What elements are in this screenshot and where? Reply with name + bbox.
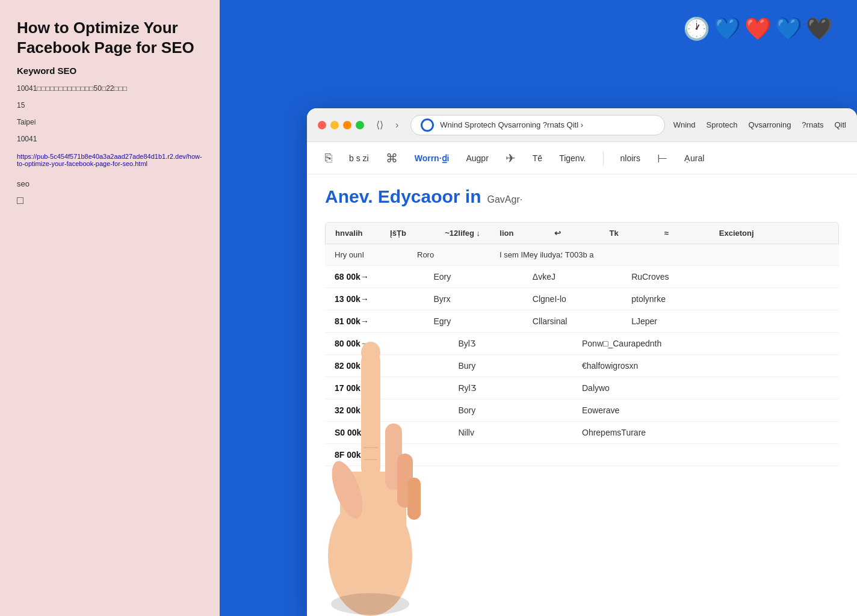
main-area: 🕐 💙 ❤️ 💙 🖤 ⟨⟩ › Wnind Sprotech Qvsarroni… [220, 0, 857, 616]
top-icon-2: 💙 [714, 18, 741, 40]
row7-val2: Bory [459, 405, 583, 415]
th-2[interactable]: ĮšȚb [390, 229, 445, 238]
row2-val2: Byrx [433, 294, 532, 304]
sidebar-url[interactable]: https://pub-5c454f571b8e40a3a2aad27ade84… [17, 153, 203, 167]
table-row[interactable]: 82 00k→ Bury €halfowigrosxn [325, 355, 839, 377]
sub-h-3: I sem IMey iludya؛ T003b a [500, 250, 664, 259]
sub-h-1: Hry ounI [335, 250, 417, 259]
th-4[interactable]: lion [500, 229, 554, 238]
menu-item-4[interactable]: ?rnats [802, 120, 823, 129]
traffic-light-yellow[interactable] [330, 121, 339, 129]
sidebar-title: How to Optimize Your Facebook Page for S… [17, 18, 203, 57]
row8-val3: OhrepemsTurare [582, 428, 829, 437]
sidebar-meta-4: 10041 [17, 134, 203, 144]
traffic-light-red[interactable] [318, 121, 326, 129]
top-icon-3: ❤️ [744, 18, 772, 40]
browser-nav: ⟨⟩ › [373, 117, 402, 133]
browser-chrome: ⟨⟩ › Wnind Sprotech Qvsarroning ?rnats Q… [307, 108, 857, 142]
row3-val3: Cllarsinal [533, 316, 631, 326]
url-text: Wnind Sprotech Qvsarroning ?rnats Qitl › [440, 120, 654, 129]
row7-val3: Eowerave [582, 405, 829, 415]
row6-val3: Dalywo [582, 383, 829, 393]
toolbar-label-aural[interactable]: Ạural [684, 153, 704, 163]
row3-val4: LJeper [631, 316, 829, 326]
url-secure-icon [421, 119, 434, 132]
toolbar-icon-plane[interactable]: ✈ [506, 151, 516, 165]
row7-val1: 32 00k→ [335, 405, 459, 415]
toolbar-icon-2[interactable]: ⌘ [386, 151, 398, 165]
table-row[interactable]: 80 00k→ BylƷ Ponw□_Caurapednth [325, 333, 839, 355]
browser-menu: Wnind Sprotech Qvsarroning ?rnats Qitl [673, 120, 846, 129]
row1-val3: ΔvkeJ [533, 272, 631, 282]
row6-val2: RylƷ [459, 383, 583, 393]
row2-val3: ClgneI-lo [533, 294, 631, 304]
table-row[interactable]: 32 00k→ Bory Eowerave [325, 399, 839, 422]
toolbar-separator [603, 151, 604, 165]
row2-val4: ptolynrke [631, 294, 829, 304]
nav-forward-button[interactable]: › [392, 117, 402, 133]
sidebar-meta-2: 15 [17, 100, 203, 111]
table-row[interactable]: 68 00k→ Eory ΔvkeJ RuCroves [325, 266, 839, 288]
row5-val3: €halfowigrosxn [582, 361, 829, 371]
th-1[interactable]: hnvalih [335, 229, 390, 238]
table-row[interactable]: S0 00k→ Nillv OhrepemsTurare [325, 422, 839, 444]
toolbar-icon-3[interactable]: ⊢ [657, 151, 667, 165]
browser-window: ⟨⟩ › Wnind Sprotech Qvsarroning ?rnats Q… [307, 108, 857, 616]
row5-val1: 82 00k→ [335, 361, 459, 371]
table-sub-header: Hry ounI Roro I sem IMey iludya؛ T003b a [325, 244, 839, 266]
row3-val2: Egry [433, 316, 532, 326]
th-8[interactable]: Excietonj [719, 229, 829, 238]
top-right-icons: 🕐 💙 ❤️ 💙 🖤 [683, 18, 833, 40]
content-title: Anev. Edycaoor in [325, 186, 481, 207]
toolbar-label-wornd[interactable]: Worrn·d̲i [415, 153, 450, 163]
top-icon-1: 🕐 [683, 18, 710, 40]
toolbar-label-augpr[interactable]: Augpr [466, 153, 488, 163]
table-row[interactable]: 17 00k→ RylƷ Dalywo [325, 377, 839, 399]
sidebar-keyword: Keyword SEO [17, 66, 203, 76]
top-icon-4: 💙 [775, 18, 802, 40]
browser-toolbar: ⎘ b s zi ⌘ Worrn·d̲i Augpr ✈ Tē Tigenv. … [307, 142, 857, 174]
menu-item-1[interactable]: Wnind [673, 120, 696, 129]
sub-h-2: Roro [417, 250, 500, 259]
menu-item-5[interactable]: Qitl [835, 120, 847, 129]
sidebar: How to Optimize Your Facebook Page for S… [0, 0, 220, 616]
table-row[interactable]: 13 00k→ Byrx ClgneI-lo ptolynrke [325, 288, 839, 310]
top-icon-5: 🖤 [806, 18, 833, 40]
menu-item-2[interactable]: Sprotech [707, 120, 738, 129]
row1-val2: Eory [433, 272, 532, 282]
sidebar-icon: □ [17, 194, 203, 207]
row4-val2: BylƷ [459, 339, 583, 348]
browser-content: Anev. Edycaoor in GavAgr· hnvalih ĮšȚb ~… [307, 174, 857, 478]
sidebar-meta-3: Taipei [17, 117, 203, 128]
toolbar-label-te[interactable]: Tē [533, 153, 542, 163]
table-row[interactable]: 8F 00k→ [325, 444, 839, 466]
sidebar-meta-1: 10041□□□□□□□□□□□□□50□22□□□ [17, 83, 203, 94]
toolbar-label-bszi[interactable]: b s zi [349, 153, 369, 163]
toolbar-label-tigenv[interactable]: Tigenv. [559, 153, 586, 163]
th-7[interactable]: ≈ [664, 229, 719, 238]
traffic-light-green[interactable] [356, 121, 364, 129]
browser-url-bar[interactable]: Wnind Sprotech Qvsarroning ?rnats Qitl › [410, 115, 664, 135]
content-subtitle: GavAgr· [487, 194, 523, 205]
toolbar-label-nloirs[interactable]: nloirs [620, 153, 640, 163]
th-3[interactable]: ~12lifeg ↓ [445, 229, 500, 238]
th-6[interactable]: Tk [610, 229, 664, 238]
th-5[interactable]: ↩ [554, 229, 609, 238]
traffic-light-orange[interactable] [343, 121, 351, 129]
table-row[interactable]: 81 00k→ Egry Cllarsinal LJeper [325, 310, 839, 333]
row2-val1: 13 00k→ [335, 294, 433, 304]
row3-val1: 81 00k→ [335, 316, 433, 326]
nav-back-button[interactable]: ⟨⟩ [373, 117, 387, 133]
row1-val1: 68 00k→ [335, 272, 433, 282]
row5-val2: Bury [459, 361, 583, 371]
row6-val1: 17 00k→ [335, 383, 459, 393]
traffic-lights [318, 121, 364, 129]
sidebar-tag: seo [17, 179, 203, 188]
row4-val3: Ponw□_Caurapednth [582, 339, 829, 348]
row4-val1: 80 00k→ [335, 339, 459, 348]
row8-val1: S0 00k→ [335, 428, 459, 437]
menu-item-3[interactable]: Qvsarroning [749, 120, 791, 129]
row8-val2: Nillv [459, 428, 583, 437]
row1-val4: RuCroves [631, 272, 829, 282]
toolbar-icon-1[interactable]: ⎘ [325, 151, 332, 165]
